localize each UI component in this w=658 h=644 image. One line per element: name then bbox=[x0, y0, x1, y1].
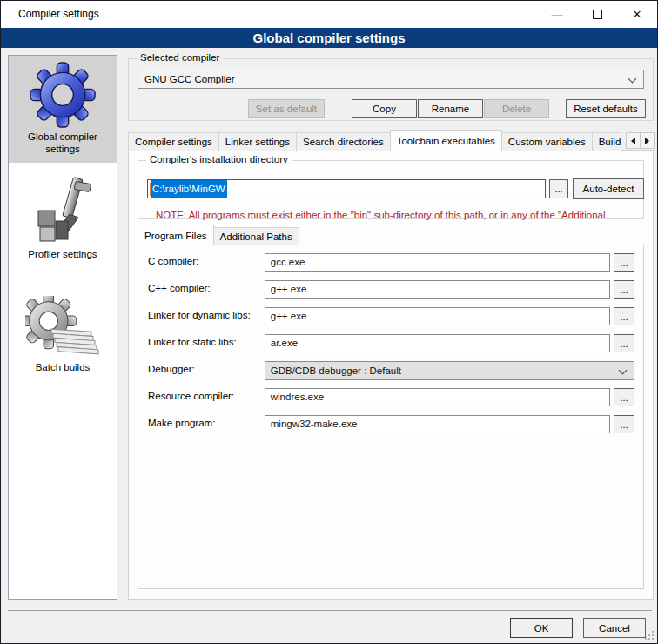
selected-compiler-group-label: Selected compiler bbox=[137, 52, 223, 63]
sidebar-item-label: Batch builds bbox=[10, 361, 115, 373]
maximize-icon bbox=[593, 10, 602, 19]
sidebar-item-label: Global compiler settings bbox=[10, 131, 115, 156]
close-button[interactable]: ✕ bbox=[617, 1, 657, 28]
linker-for-static-libs-input[interactable]: ar.exe bbox=[265, 334, 610, 352]
footer-divider bbox=[8, 610, 652, 611]
delete-button[interactable]: Delete bbox=[484, 99, 549, 118]
blue-gear-icon bbox=[10, 62, 115, 128]
tab-build[interactable]: Build bbox=[592, 132, 622, 151]
arrow-left-icon bbox=[631, 138, 635, 144]
field-row-c-compiler: C compiler:gcc.exe... bbox=[148, 253, 634, 272]
c-compiler-input[interactable]: g++.exe bbox=[265, 280, 610, 299]
make-program-browse-button[interactable]: ... bbox=[614, 415, 634, 433]
sidebar-item-label: Profiler settings bbox=[10, 248, 115, 260]
install-dir-group-label: Compiler's installation directory bbox=[146, 154, 292, 164]
compiler-settings-window: Compiler settings — ✕ Global compiler se… bbox=[0, 0, 658, 644]
program-files-page: C compiler:gcc.exe...C++ compiler:g++.ex… bbox=[138, 245, 644, 589]
ok-button[interactable]: OK bbox=[510, 618, 573, 638]
field-row-linker-for-dynamic-libs: Linker for dynamic libs:g++.exe... bbox=[148, 307, 634, 325]
field-row-debugger: Debugger:GDB/CDB debugger : Default bbox=[148, 361, 634, 379]
reset-defaults-button[interactable]: Reset defaults bbox=[566, 99, 646, 118]
field-row-resource-compiler: Resource compiler:windres.exe... bbox=[148, 388, 634, 406]
maximize-button[interactable] bbox=[577, 1, 617, 28]
field-label: Resource compiler: bbox=[148, 388, 265, 401]
cancel-button[interactable]: Cancel bbox=[583, 618, 646, 638]
field-label: Make program: bbox=[148, 415, 265, 428]
chevron-down-icon bbox=[619, 366, 628, 375]
minimize-button[interactable]: — bbox=[537, 1, 577, 28]
arrow-right-icon bbox=[645, 138, 649, 144]
selected-compiler-group: Selected compiler GNU GCC Compiler Set a… bbox=[128, 58, 654, 121]
sidebar-item-profiler-settings[interactable]: Profiler settings bbox=[9, 170, 117, 267]
c-compiler-input[interactable]: gcc.exe bbox=[265, 253, 610, 272]
caliper-icon bbox=[10, 176, 115, 245]
resource-compiler-input[interactable]: windres.exe bbox=[265, 388, 610, 406]
field-label: Linker for static libs: bbox=[148, 334, 265, 347]
subtab-program-files[interactable]: Program Files bbox=[138, 225, 214, 245]
install-dir-row: C:\raylib\MinGW ... Auto-detect bbox=[147, 178, 636, 199]
tab-custom-variables[interactable]: Custom variables bbox=[501, 132, 593, 151]
tab-compiler-settings[interactable]: Compiler settings bbox=[128, 132, 219, 151]
set-as-default-button[interactable]: Set as default bbox=[248, 99, 325, 118]
compiler-actions-row: Set as defaultCopyRenameDeleteReset defa… bbox=[129, 99, 653, 118]
program-files-tabs: Program FilesAdditional Paths bbox=[138, 225, 299, 245]
title-bar: Compiler settings — ✕ bbox=[1, 1, 657, 28]
c-compiler-browse-button[interactable]: ... bbox=[614, 253, 634, 272]
chevron-down-icon bbox=[628, 75, 637, 84]
make-program-input[interactable]: mingw32-make.exe bbox=[265, 415, 610, 433]
tab-scroll-left-button[interactable] bbox=[626, 132, 641, 149]
tab-search-directories[interactable]: Search directories bbox=[296, 132, 391, 151]
minimize-icon: — bbox=[552, 10, 563, 19]
field-label: C compiler: bbox=[148, 253, 265, 266]
compiler-select[interactable]: GNU GCC Compiler bbox=[138, 70, 644, 89]
window-title: Compiler settings bbox=[18, 8, 99, 20]
batch-gear-icon bbox=[10, 296, 115, 359]
sidebar-item-global-compiler-settings[interactable]: Global compiler settings bbox=[9, 56, 117, 163]
bin-subdirectory-note: NOTE: All programs must exist either in … bbox=[156, 210, 640, 220]
rename-button[interactable]: Rename bbox=[418, 99, 483, 118]
install-dir-group: Compiler's installation directory C:\ray… bbox=[138, 160, 644, 219]
compiler-select-value: GNU GCC Compiler bbox=[144, 74, 235, 84]
toolchain-executables-panel: Compiler's installation directory C:\ray… bbox=[128, 150, 654, 600]
install-dir-input[interactable]: C:\raylib\MinGW bbox=[147, 179, 546, 198]
field-label: C++ compiler: bbox=[148, 280, 265, 293]
tab-linker-settings[interactable]: Linker settings bbox=[218, 132, 297, 151]
c-compiler-browse-button[interactable]: ... bbox=[614, 280, 634, 299]
autodetect-button[interactable]: Auto-detect bbox=[573, 178, 644, 199]
page-title: Global compiler settings bbox=[1, 28, 657, 48]
field-row-make-program: Make program:mingw32-make.exe... bbox=[148, 415, 634, 433]
debugger-select[interactable]: GDB/CDB debugger : Default bbox=[265, 361, 634, 380]
install-dir-browse-button[interactable]: ... bbox=[549, 179, 568, 198]
install-dir-value: C:\raylib\MinGW bbox=[151, 179, 227, 198]
close-icon: ✕ bbox=[633, 8, 642, 21]
main-tabs: Compiler settingsLinker settingsSearch d… bbox=[128, 130, 655, 151]
resize-grip[interactable] bbox=[643, 629, 655, 641]
copy-button[interactable]: Copy bbox=[352, 99, 417, 118]
field-label: Linker for dynamic libs: bbox=[148, 307, 265, 320]
subtab-additional-paths[interactable]: Additional Paths bbox=[213, 227, 299, 245]
field-value: GDB/CDB debugger : Default bbox=[271, 366, 401, 376]
sidebar-item-batch-builds[interactable]: Batch builds bbox=[9, 290, 117, 380]
field-row-linker-for-static-libs: Linker for static libs:ar.exe... bbox=[148, 334, 634, 352]
tab-toolchain-executables[interactable]: Toolchain executables bbox=[390, 130, 502, 151]
tab-scroll-arrows bbox=[627, 132, 655, 149]
linker-for-static-libs-browse-button[interactable]: ... bbox=[614, 334, 634, 352]
linker-for-dynamic-libs-input[interactable]: g++.exe bbox=[265, 307, 610, 325]
tab-scroll-right-button[interactable] bbox=[640, 132, 655, 149]
linker-for-dynamic-libs-browse-button[interactable]: ... bbox=[614, 307, 634, 325]
window-controls: — ✕ bbox=[537, 1, 657, 28]
field-label: Debugger: bbox=[148, 361, 265, 374]
resource-compiler-browse-button[interactable]: ... bbox=[614, 388, 634, 406]
settings-sidebar: Global compiler settingsProfiler setting… bbox=[8, 55, 118, 600]
field-row-c-compiler: C++ compiler:g++.exe... bbox=[148, 280, 634, 299]
